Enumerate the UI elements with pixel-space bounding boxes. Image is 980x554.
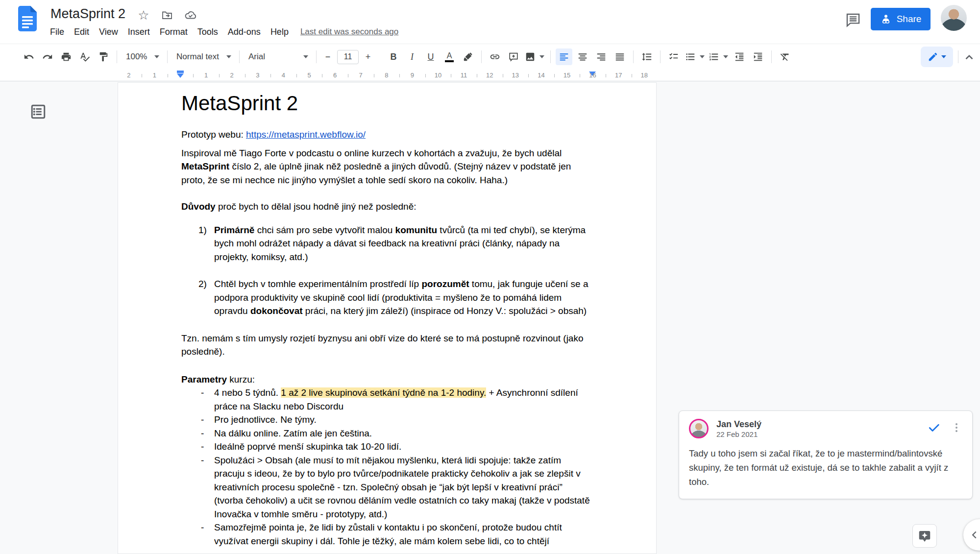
menu-view[interactable]: View	[94, 26, 123, 38]
font-select[interactable]: Arial	[244, 48, 312, 65]
bullet-item[interactable]: - Spolužáci > Obsah (ale musí to mít něj…	[181, 454, 593, 521]
move-folder-button[interactable]	[160, 8, 174, 23]
paragraph-reasons-heading[interactable]: Důvody proč bych to dělal jsou hodně jin…	[181, 200, 593, 214]
bullet-item[interactable]: - Samozřejmě pointa je, že lidi by zůsta…	[181, 521, 593, 548]
bullet-dash: -	[201, 386, 214, 413]
document-title[interactable]: MetaSprint 2	[50, 6, 125, 22]
paragraph-parameters-heading[interactable]: Parametry kurzu:	[181, 373, 593, 386]
account-avatar[interactable]	[941, 5, 967, 31]
align-left-icon	[559, 51, 569, 62]
zoom-select[interactable]: 100%	[121, 48, 163, 65]
menu-bar: File Edit View Insert Format Tools Add-o…	[45, 24, 398, 39]
ruler-tick	[477, 74, 477, 77]
numbered-item[interactable]: 2) Chtěl bych v tomhle experimentálním p…	[181, 277, 593, 318]
insert-link-button[interactable]	[487, 48, 503, 65]
bullet-item[interactable]: - Na dálku online. Zatím ale jen čeština…	[181, 427, 593, 440]
menu-help[interactable]: Help	[266, 26, 294, 38]
first-line-indent-marker[interactable]	[177, 71, 184, 73]
ruler-number: 17	[615, 72, 622, 79]
underline-button[interactable]: U	[422, 48, 439, 65]
paragraph-intro[interactable]: Inspiroval mě Tiago Forte v podcastu o o…	[181, 146, 593, 187]
doc-heading-title[interactable]: MetaSprint 2	[181, 90, 593, 117]
ruler[interactable]: 21123456789101112131415161718	[0, 70, 980, 81]
list-item-text: Samozřejmě pointa je, že lidi by zůstali…	[214, 521, 593, 548]
menu-edit[interactable]: Edit	[69, 26, 94, 38]
pencil-icon	[928, 51, 938, 62]
bullet-item[interactable]: - 4 nebo 5 týdnů. 1 až 2 live skupinová …	[181, 386, 593, 413]
paragraph-tzn[interactable]: Tzn. nemám s tím umysly rozjetí byznysu …	[181, 332, 593, 359]
cloud-status-button[interactable]	[183, 8, 198, 23]
chevron-down-icon	[154, 55, 159, 58]
comment-card[interactable]: Jan Veselý 22 Feb 2021 Tady u toho jsem …	[679, 410, 973, 499]
prototype-line[interactable]: Prototyp webu: https://metasprint.webflo…	[181, 128, 593, 142]
print-button[interactable]	[58, 48, 74, 65]
align-center-button[interactable]	[574, 48, 591, 65]
numbered-list-icon	[709, 51, 719, 62]
editing-mode-button[interactable]	[921, 47, 953, 67]
undo-button[interactable]	[21, 48, 37, 65]
checklist-button[interactable]	[665, 48, 682, 65]
toolbar: 100% Normal text Arial − 11 +	[0, 44, 980, 70]
add-comment-button[interactable]	[505, 48, 522, 65]
comment-more-button[interactable]	[951, 420, 962, 435]
italic-button[interactable]: I	[404, 48, 420, 65]
show-side-panel-button[interactable]	[963, 519, 980, 551]
insert-image-button[interactable]	[524, 48, 545, 65]
menu-file[interactable]: File	[45, 26, 69, 38]
ruler-tick	[503, 74, 503, 77]
resolve-comment-button[interactable]	[926, 420, 942, 435]
ruler-number: 3	[256, 72, 259, 79]
highlighter-icon	[463, 51, 473, 62]
paint-format-button[interactable]	[95, 48, 112, 65]
align-justify-button[interactable]	[612, 48, 628, 65]
numbered-list-button[interactable]	[708, 48, 729, 65]
highlight-color-button[interactable]	[460, 48, 476, 65]
check-icon	[927, 421, 941, 434]
ruler-tick	[270, 74, 271, 77]
document-page[interactable]: MetaSprint 2 Prototyp webu: https://meta…	[118, 82, 657, 554]
ruler-number: 6	[333, 72, 337, 79]
commenter-avatar[interactable]	[689, 419, 709, 438]
font-size-input[interactable]: 11	[337, 50, 359, 64]
paragraph-style-select[interactable]: Normal text	[172, 48, 235, 65]
bullet-item[interactable]: - Ideálně poprvé menší skupinka tak 10-2…	[181, 440, 593, 454]
bullet-dash: -	[201, 454, 214, 521]
line-spacing-button[interactable]	[638, 48, 655, 65]
font-size-decrease-button[interactable]: −	[321, 48, 334, 65]
share-button[interactable]: Share	[871, 8, 931, 30]
ruler-number: 7	[359, 72, 363, 79]
decrease-indent-button[interactable]	[731, 48, 748, 65]
explore-button[interactable]	[912, 524, 937, 548]
numbered-item[interactable]: 1) Primárně chci sám pro sebe vytvořit m…	[181, 223, 593, 264]
show-outline-button[interactable]	[28, 102, 48, 121]
align-justify-icon	[614, 51, 625, 62]
chevron-down-icon	[303, 55, 308, 58]
text-color-button[interactable]: A	[441, 48, 458, 65]
increase-indent-button[interactable]	[750, 48, 766, 65]
prototype-link[interactable]: https://metasprint.webflow.io/	[246, 129, 366, 140]
menu-insert[interactable]: Insert	[123, 26, 155, 38]
last-edit-link[interactable]: Last edit was seconds ago	[300, 27, 398, 37]
docs-logo-icon[interactable]	[18, 6, 37, 31]
list-number: 2)	[198, 277, 214, 318]
align-left-button[interactable]	[556, 48, 572, 65]
ruler-number: 2	[230, 72, 234, 79]
star-button[interactable]: ☆	[136, 8, 151, 23]
menu-format[interactable]: Format	[155, 26, 193, 38]
redo-button[interactable]	[39, 48, 56, 65]
clear-formatting-button[interactable]	[777, 48, 793, 65]
plus-icon: +	[366, 52, 371, 62]
font-size-increase-button[interactable]: +	[362, 48, 374, 65]
toolbar-divider	[481, 50, 482, 63]
minus-icon: −	[325, 52, 331, 62]
align-right-button[interactable]	[593, 48, 610, 65]
comment-text[interactable]: Tady u toho jsem si začal říkat, že to j…	[689, 446, 956, 489]
bullet-item[interactable]: - Pro jednotlivce. Ne týmy.	[181, 413, 593, 427]
bold-button[interactable]: B	[385, 48, 402, 65]
spellcheck-button[interactable]	[76, 48, 93, 65]
comment-history-button[interactable]	[843, 10, 863, 30]
menu-tools[interactable]: Tools	[193, 26, 223, 38]
hide-menus-button[interactable]	[961, 49, 977, 65]
bulleted-list-button[interactable]	[684, 48, 706, 65]
menu-addons[interactable]: Add-ons	[223, 26, 266, 38]
